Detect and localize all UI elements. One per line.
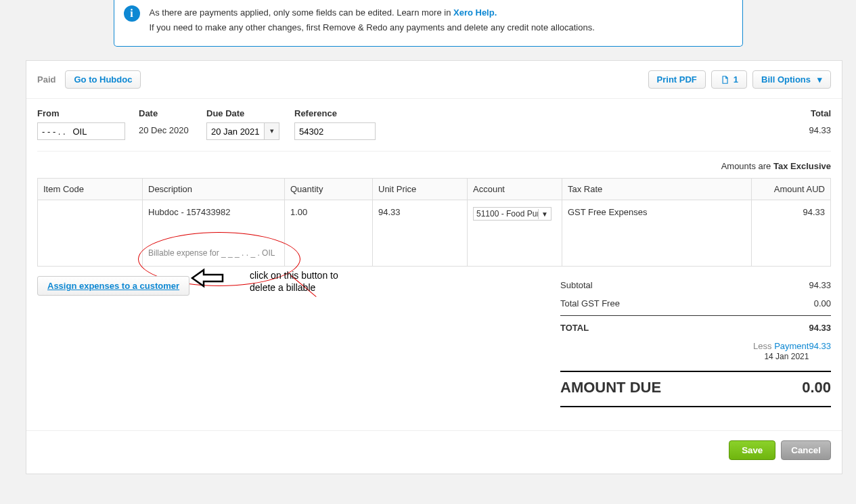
payment-amount[interactable]: 94.33 — [809, 341, 831, 361]
cancel-button[interactable]: Cancel — [781, 440, 831, 460]
account-value: 51100 - Food Purc — [474, 208, 538, 220]
cell-description[interactable]: Hubdoc - 157433982 Billable expense for … — [143, 200, 285, 267]
alert-line1: As there are payments applied, only some… — [150, 7, 453, 18]
due-date-dropdown-button[interactable]: ▾ — [265, 122, 279, 140]
th-tax-rate: Tax Rate — [562, 179, 752, 200]
annotation-arrow-icon — [189, 268, 226, 288]
from-label: From — [37, 108, 125, 118]
info-icon: i — [124, 5, 140, 22]
date-label: Date — [139, 108, 193, 118]
files-count: 1 — [734, 74, 738, 85]
th-amount: Amount AUD — [752, 179, 831, 200]
subtotal-label: Subtotal — [560, 280, 593, 290]
amounts-are: Amounts are Tax Exclusive — [26, 157, 842, 175]
cell-quantity[interactable]: 1.00 — [285, 200, 373, 267]
save-button[interactable]: Save — [729, 440, 775, 460]
th-account: Account — [468, 179, 562, 200]
print-pdf-button[interactable]: Print PDF — [648, 70, 706, 89]
cell-tax-rate[interactable]: GST Free Expenses — [562, 200, 752, 267]
less-label: Less — [753, 341, 771, 351]
table-wrapper: Item Code Description Quantity Unit Pric… — [26, 178, 842, 267]
desc-text: Hubdoc - 157433982 — [148, 207, 279, 217]
due-date-input[interactable] — [206, 122, 265, 140]
billable-note: Billable expense for _ _ _ . . _ . OIL — [148, 248, 279, 259]
alert-line2: If you need to make any other changes, f… — [150, 22, 595, 32]
total-bold-value: 94.33 — [809, 323, 831, 333]
table-row: Hubdoc - 157433982 Billable expense for … — [38, 200, 831, 267]
totals-block: Subtotal 94.33 Total GST Free 0.00 TOTAL… — [560, 276, 831, 410]
payment-link[interactable]: Payment — [774, 341, 809, 351]
th-quantity: Quantity — [285, 179, 373, 200]
annotation-text: click on this button to delete a billabl… — [250, 269, 358, 294]
reference-label: Reference — [294, 108, 376, 118]
amount-due-label: AMOUNT DUE — [560, 379, 661, 396]
files-button[interactable]: 1 — [711, 70, 747, 89]
subtotal-value: 94.33 — [809, 280, 831, 290]
toolbar: Paid Go to Hubdoc Print PDF 1 Bill Optio… — [26, 61, 842, 99]
total-value: 94.33 — [777, 122, 831, 135]
below-table: Assign expenses to a customer click on t… — [26, 269, 842, 410]
cell-account[interactable]: 51100 - Food Purc ▼ — [468, 200, 562, 267]
total-label: Total — [777, 108, 831, 118]
amounts-are-prefix: Amounts are — [721, 161, 771, 171]
th-description: Description — [143, 179, 285, 200]
assign-expenses-button[interactable]: Assign expenses to a customer — [37, 276, 189, 296]
gst-value: 0.00 — [814, 298, 831, 308]
chevron-down-icon: ▼ — [538, 209, 551, 219]
account-select[interactable]: 51100 - Food Purc ▼ — [473, 207, 551, 221]
bill-options-button[interactable]: Bill Options — [752, 70, 831, 89]
cell-amount: 94.33 — [752, 200, 831, 267]
bill-card: Paid Go to Hubdoc Print PDF 1 Bill Optio… — [26, 60, 842, 474]
date-value: 20 Dec 2020 — [139, 122, 193, 135]
due-date-label: Due Date — [206, 108, 281, 118]
xero-help-link[interactable]: Xero Help. — [453, 7, 497, 18]
alert-text: As there are payments applied, only some… — [150, 5, 595, 35]
go-to-hubdoc-button[interactable]: Go to Hubdoc — [65, 70, 141, 89]
status-badge: Paid — [37, 74, 55, 85]
amounts-are-value: Tax Exclusive — [773, 161, 831, 171]
divider — [37, 151, 831, 152]
cell-item-code[interactable] — [38, 200, 143, 267]
reference-input[interactable] — [294, 122, 376, 140]
file-icon — [720, 75, 729, 85]
totals-divider — [560, 315, 831, 316]
line-items-table: Item Code Description Quantity Unit Pric… — [37, 178, 831, 267]
totals-thick-divider — [560, 371, 831, 372]
th-unit-price: Unit Price — [373, 179, 468, 200]
gst-label: Total GST Free — [560, 298, 620, 308]
payment-date: 14 Jan 2021 — [764, 352, 809, 361]
th-item-code: Item Code — [38, 179, 143, 200]
total-bold-label: TOTAL — [560, 323, 589, 333]
fields-row: From Date 20 Dec 2020 Due Date ▾ Referen… — [26, 99, 842, 145]
amount-due-value: 0.00 — [802, 379, 831, 396]
footer: Save Cancel — [26, 430, 842, 460]
info-alert: i As there are payments applied, only so… — [114, 0, 743, 47]
from-input[interactable] — [37, 122, 125, 140]
totals-bottom-divider — [560, 406, 831, 407]
cell-unit-price[interactable]: 94.33 — [373, 200, 468, 267]
